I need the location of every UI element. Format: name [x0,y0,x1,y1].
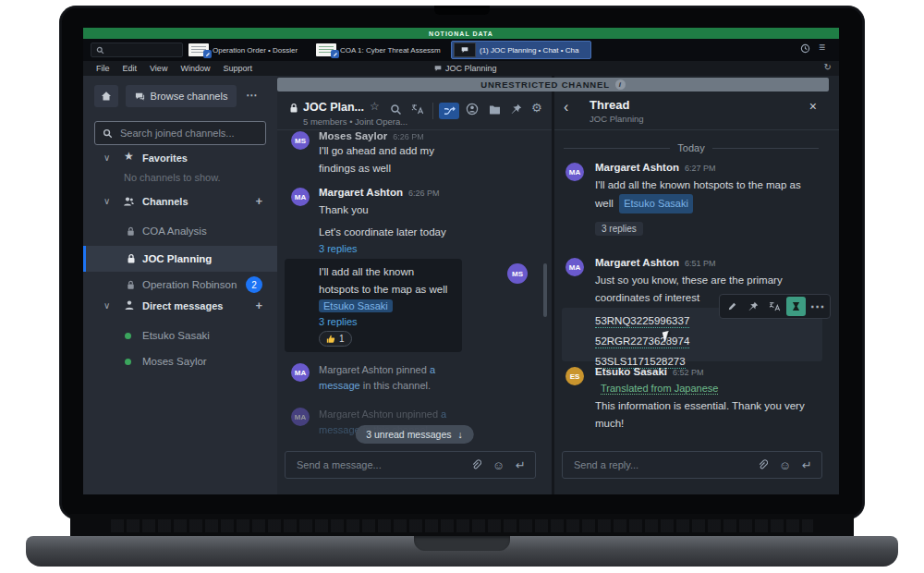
scrollbar[interactable] [543,263,547,317]
browse-channels-label: Browse channels [151,91,228,102]
highlighted-message-block[interactable]: I'll add all the known hotspots to the m… [285,259,462,352]
unread-messages-button[interactable]: 3 unread messages ↓ [355,425,473,444]
avatar[interactable]: MA [291,408,310,426]
tab-search-box[interactable] [91,43,183,57]
menu-support[interactable]: Support [223,64,252,73]
section-direct-messages[interactable]: Direct messages [142,300,223,311]
threads-button-active[interactable] [439,103,459,119]
browse-channels-button[interactable]: Browse channels [126,85,237,107]
add-channel-button[interactable]: + [255,194,262,208]
user-mention[interactable]: Etsuko Sasaki [619,194,693,213]
sidebar-search[interactable] [94,121,266,145]
avatar[interactable]: MA [291,363,310,382]
laptop-lid-notch [414,536,510,551]
down-arrow-icon: ↓ [457,430,462,440]
back-button[interactable]: ‹ [564,100,568,115]
laptop-camera-notch [434,6,490,15]
avatar[interactable]: ES [565,367,584,385]
sidebar: Browse channels ⋯ ∨ ★ Favorites No chann… [83,76,277,494]
avatar[interactable]: MS [507,263,528,284]
tab-coa-threat-assessment[interactable]: COA 1: Cyber Threat Assessm [316,42,447,58]
pin-button[interactable] [744,297,763,316]
message-input[interactable] [295,458,459,471]
avatar[interactable]: MA [291,188,310,206]
chevron-down-icon[interactable]: ∨ [103,301,110,311]
tab-history-button[interactable] [800,43,810,54]
emoji-button[interactable]: ☺ [779,459,791,471]
search-messages-button[interactable] [390,104,402,116]
add-dm-button[interactable]: + [255,299,262,312]
files-button[interactable] [489,104,501,115]
sidebar-item-etsuko-sasaki[interactable]: Etsuko Sasaki [83,323,277,347]
smiley-icon: ☺ [492,459,505,471]
sidebar-item-coa-analysis[interactable]: COA Analysis [83,219,277,243]
pencil-icon [727,301,737,311]
favorite-star-button[interactable]: ☆ [370,101,380,112]
translate-icon [769,301,781,311]
translated-from-link[interactable]: Translated from Japanese [601,383,718,395]
message-text: Thank you [319,201,369,219]
sidebar-item-moses-saylor[interactable]: Moses Saylor [83,349,277,373]
send-button[interactable]: ↵ [802,459,812,471]
section-favorites[interactable]: Favorites [142,152,188,164]
menu-file[interactable]: File [96,64,110,73]
message-author: Margaret Ashton6:27 PM [595,162,715,173]
info-icon[interactable]: i [615,79,626,90]
emoji-button[interactable]: ☺ [492,459,505,471]
message-link[interactable]: a [430,364,435,375]
menu-edit[interactable]: Edit [123,64,138,73]
replies-chip[interactable]: 3 replies [595,222,643,236]
home-button[interactable] [94,85,118,107]
unrestricted-channel-banner: UNRESTRICTED CHANNEL i [277,78,829,91]
coordinate-link[interactable]: 53RNQ3225996337 [595,315,689,328]
lock-icon [126,226,136,237]
send-button[interactable]: ↵ [516,459,526,471]
menu-window[interactable]: Window [180,64,210,73]
attach-file-button[interactable] [470,459,481,470]
message-author: Moses Saylor6:26 PM [319,130,424,141]
chevron-down-icon[interactable]: ∨ [103,197,110,206]
sidebar-item-operation-robinson[interactable]: Operation Robinson 2 [83,273,277,297]
tab-joc-planning-chat[interactable]: (1) JOC Planning • Chat • Cha [451,41,591,59]
online-status-dot [125,333,131,339]
section-channels[interactable]: Channels [142,196,188,207]
reply-input[interactable] [572,458,746,471]
reply-composer[interactable]: ☺ ↵ [562,451,822,479]
message-link[interactable]: message [319,424,360,435]
sidebar-search-input[interactable] [118,127,251,140]
avatar[interactable]: MA [565,258,584,276]
tab-list-button[interactable]: ≡ [819,42,825,53]
chevron-down-icon[interactable]: ∨ [103,153,110,163]
laptop-keyboard [111,519,813,532]
translate-button[interactable] [411,104,424,115]
settings-button[interactable]: ⚙ [531,102,542,114]
message-link[interactable]: a [441,408,446,420]
list-icon: ≡ [819,42,825,53]
translate-button[interactable] [765,297,784,316]
user-mention[interactable]: Etsuko Sasaki [319,299,393,312]
message-text: well Etsuko Sasaki [595,194,693,213]
sidebar-kebab-button[interactable]: ⋯ [246,90,258,101]
edit-button[interactable] [723,297,742,316]
avatar[interactable]: MS [291,131,310,150]
kebab-icon: ⋯ [246,89,258,102]
coordinate-link[interactable]: 52RGR2273628974 [595,335,689,348]
members-button[interactable] [466,103,479,116]
close-thread-button[interactable]: × [809,100,817,113]
system-message: message in this channel. [319,378,431,394]
plugin-active-button[interactable] [786,297,806,316]
pinned-button[interactable] [511,104,522,115]
thread-replies-link[interactable]: 3 replies [319,243,358,254]
reaction-chip[interactable]: 1 [319,331,352,347]
more-actions-button[interactable]: ⋯ [808,297,827,316]
attach-file-button[interactable] [757,459,768,470]
sidebar-item-joc-planning[interactable]: JOC Planning [83,246,277,272]
tab-operation-order[interactable]: Operation Order • Dossier [188,42,312,58]
thread-replies-link[interactable]: 3 replies [319,316,358,327]
menu-view[interactable]: View [150,64,167,73]
message-composer[interactable]: ☺ ↵ [285,451,536,479]
lock-icon [126,280,136,290]
avatar[interactable]: MA [565,163,584,181]
message-link[interactable]: message [319,380,360,391]
refresh-button[interactable]: ↻ [824,63,832,72]
